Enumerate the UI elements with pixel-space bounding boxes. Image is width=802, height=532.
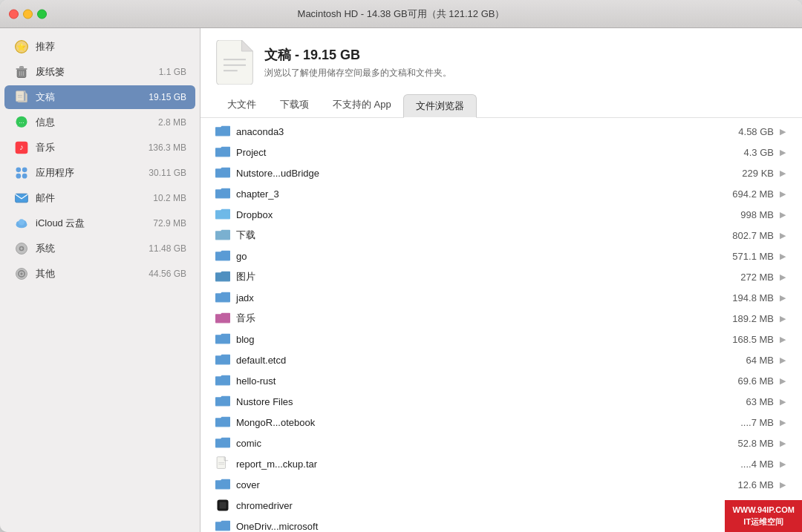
file-row[interactable]: chapter_3 694.2 MB ▶ xyxy=(200,183,802,204)
file-row[interactable]: MongoR...otebook ....7 MB ▶ xyxy=(200,412,802,433)
file-row[interactable]: Project 4.3 GB ▶ xyxy=(200,142,802,162)
file-row[interactable]: cover 12.6 MB ▶ xyxy=(200,474,802,495)
file-name: MongoR...otebook xyxy=(236,417,714,428)
file-icon xyxy=(215,228,230,243)
sidebar-label-recommend: 推荐 xyxy=(36,40,186,53)
sidebar-size-system: 11.48 GB xyxy=(149,243,186,254)
file-icon xyxy=(215,269,230,284)
file-size: ....7 MB xyxy=(714,417,774,428)
file-row[interactable]: Dropbox 998 MB ▶ xyxy=(200,204,802,225)
file-row[interactable]: 图片 272 MB ▶ xyxy=(200,266,802,287)
file-row[interactable]: chromedriver 12.2 MB ▶ xyxy=(200,495,802,516)
chevron-right-icon: ▶ xyxy=(780,272,787,282)
sidebar-item-other[interactable]: 其他 44.56 GB xyxy=(4,262,195,286)
file-size: 4.58 GB xyxy=(714,126,774,137)
sidebar-item-icloud[interactable]: iCloud 云盘 72.9 MB xyxy=(4,211,195,235)
file-size: 194.8 MB xyxy=(714,292,774,303)
sidebar-item-mail[interactable]: 邮件 10.2 MB xyxy=(4,186,195,210)
file-row[interactable]: anaconda3 4.58 GB ▶ xyxy=(200,121,802,142)
sidebar-item-recommend[interactable]: ⭐ 推荐 xyxy=(4,35,195,59)
main-header: 文稿 - 19.15 GB 浏览以了解使用储存空间最多的文稿和文件夹。 大文件下… xyxy=(200,28,802,118)
file-icon xyxy=(215,124,230,139)
file-row[interactable]: hello-rust 69.6 MB ▶ xyxy=(200,370,802,391)
file-icon xyxy=(215,477,230,492)
file-size: 998 MB xyxy=(714,209,774,220)
file-row[interactable]: jadx 194.8 MB ▶ xyxy=(200,287,802,308)
file-icon xyxy=(215,456,230,471)
file-name: anaconda3 xyxy=(236,126,714,137)
file-icon xyxy=(215,415,230,430)
sidebar-item-system[interactable]: 系统 11.48 GB xyxy=(4,237,195,260)
sidebar-item-music[interactable]: ♪ 音乐 136.3 MB xyxy=(4,136,195,160)
file-size: 168.5 MB xyxy=(714,334,774,345)
chevron-right-icon: ▶ xyxy=(780,189,787,199)
fullscreen-button[interactable] xyxy=(37,9,47,19)
file-row[interactable]: 下载 802.7 MB ▶ xyxy=(200,225,802,246)
sidebar: ⭐ 推荐 废纸篓 1.1 GB 文稿 19.15 GB ··· 信息 2.8 M… xyxy=(0,28,200,532)
file-size: 802.7 MB xyxy=(714,230,774,241)
close-button[interactable] xyxy=(9,9,19,19)
file-name: chapter_3 xyxy=(236,188,714,200)
tab-大文件[interactable]: 大文件 xyxy=(215,93,268,117)
svg-point-16 xyxy=(22,168,27,173)
file-size: 12.6 MB xyxy=(714,479,774,490)
tab-下载项[interactable]: 下载项 xyxy=(268,93,321,117)
file-row[interactable]: Nutstore...udBridge 229 KB ▶ xyxy=(200,162,802,183)
file-row[interactable]: comic 52.8 MB ▶ xyxy=(200,433,802,453)
chevron-right-icon: ▶ xyxy=(780,418,787,427)
sidebar-label-trash: 废纸篓 xyxy=(36,65,159,79)
traffic-lights[interactable] xyxy=(9,9,47,19)
file-icon xyxy=(215,290,230,305)
file-size: 694.2 MB xyxy=(714,188,774,200)
chevron-right-icon: ▶ xyxy=(780,168,787,178)
file-icon xyxy=(215,145,230,160)
file-row[interactable]: blog 168.5 MB ▶ xyxy=(200,329,802,349)
sidebar-label-other: 其他 xyxy=(36,267,149,280)
sidebar-label-system: 系统 xyxy=(36,242,149,255)
file-size: 64 MB xyxy=(714,355,774,366)
file-name: cover xyxy=(236,479,714,490)
sidebar-size-trash: 1.1 GB xyxy=(159,67,186,77)
sidebar-size-apps: 30.11 GB xyxy=(149,168,186,178)
file-row[interactable]: Nustore Files 63 MB ▶ xyxy=(200,391,802,412)
file-row[interactable]: default.etcd 64 MB ▶ xyxy=(200,349,802,370)
svg-rect-37 xyxy=(220,502,226,509)
file-name: Nutstore...udBridge xyxy=(236,168,714,179)
sidebar-label-icloud: iCloud 云盘 xyxy=(36,217,153,230)
file-icon xyxy=(215,311,230,326)
file-row[interactable]: OneDriv...microsoft ....6 MB ▶ xyxy=(200,516,802,532)
sidebar-icon-music: ♪ xyxy=(13,139,30,156)
sidebar-icon-recommend: ⭐ xyxy=(13,39,30,55)
file-row[interactable]: 音乐 189.2 MB ▶ xyxy=(200,308,802,329)
file-icon xyxy=(215,249,230,263)
file-name: 图片 xyxy=(236,270,714,283)
window-title: Macintosh HD - 14.38 GB可用（共 121.12 GB） xyxy=(298,7,505,21)
chevron-right-icon: ▶ xyxy=(780,293,787,303)
sidebar-item-apps[interactable]: 应用程序 30.11 GB xyxy=(4,161,195,185)
sidebar-label-messages: 信息 xyxy=(36,116,158,129)
sidebar-item-documents[interactable]: 文稿 19.15 GB xyxy=(4,85,195,109)
file-row[interactable]: go 571.1 MB ▶ xyxy=(200,246,802,266)
chevron-right-icon: ▶ xyxy=(780,459,787,469)
chevron-right-icon: ▶ xyxy=(780,231,787,240)
file-size: 189.2 MB xyxy=(714,313,774,324)
file-name: 下载 xyxy=(236,229,714,242)
file-icon xyxy=(215,436,230,450)
sidebar-size-messages: 2.8 MB xyxy=(158,117,186,128)
chevron-right-icon: ▶ xyxy=(780,148,787,157)
tab-文件浏览器[interactable]: 文件浏览器 xyxy=(403,94,477,118)
file-name: chromedriver xyxy=(236,500,714,511)
chevron-right-icon: ▶ xyxy=(780,480,787,490)
svg-text:···: ··· xyxy=(19,119,25,126)
chevron-right-icon: ▶ xyxy=(780,210,787,220)
titlebar: Macintosh HD - 14.38 GB可用（共 121.12 GB） xyxy=(0,0,802,28)
minimize-button[interactable] xyxy=(23,9,33,19)
watermark: WWW.94IP.COM IT运维空间 xyxy=(725,500,802,532)
svg-point-23 xyxy=(19,219,25,225)
tab-不支持的-App[interactable]: 不支持的 App xyxy=(321,93,403,117)
sidebar-item-messages[interactable]: ··· 信息 2.8 MB xyxy=(4,111,195,134)
file-row[interactable]: report_m...ckup.tar ....4 MB ▶ xyxy=(200,453,802,474)
header-title: 文稿 - 19.15 GB xyxy=(264,46,451,64)
sidebar-item-trash[interactable]: 废纸篓 1.1 GB xyxy=(4,60,195,84)
watermark-line1: WWW.94IP.COM xyxy=(732,505,795,516)
